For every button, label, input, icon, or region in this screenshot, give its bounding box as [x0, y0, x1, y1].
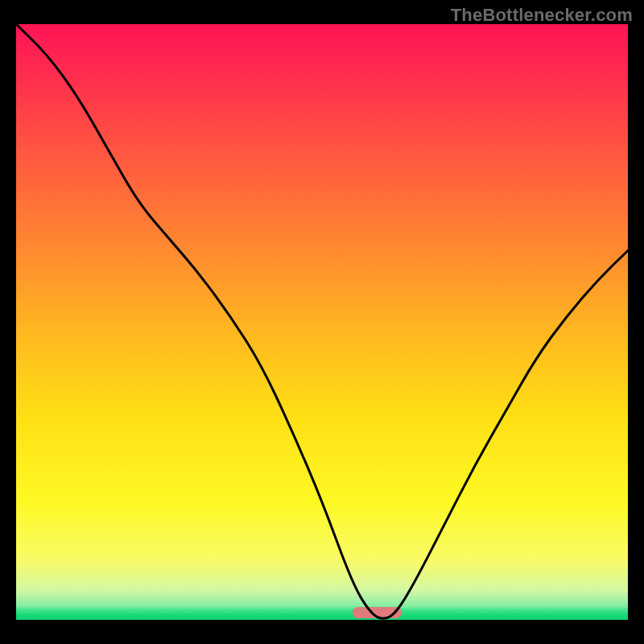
plot-area	[16, 24, 628, 620]
curve-svg	[16, 24, 628, 620]
chart-frame: TheBottlenecker.com	[0, 0, 644, 644]
bottleneck-curve-path	[16, 24, 628, 618]
watermark-text: TheBottlenecker.com	[451, 5, 633, 26]
